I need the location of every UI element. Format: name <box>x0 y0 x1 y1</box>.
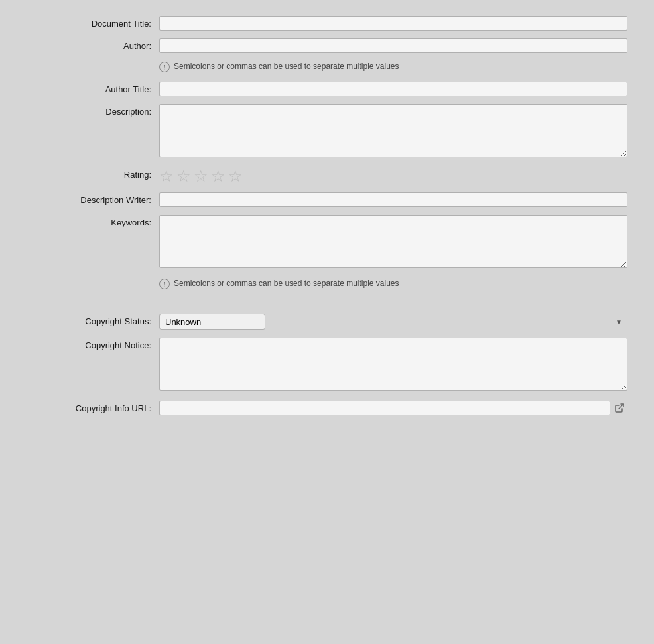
keywords-hint-row: i Semicolons or commas can be used to se… <box>27 278 627 289</box>
description-textarea[interactable] <box>159 104 627 157</box>
keywords-info-icon: i <box>159 279 170 289</box>
star-2[interactable]: ☆ <box>176 168 191 184</box>
keywords-wrap <box>159 215 627 270</box>
document-title-wrap <box>159 16 627 31</box>
description-label: Description: <box>27 104 159 117</box>
document-title-input[interactable] <box>159 16 627 31</box>
copyright-notice-textarea[interactable] <box>159 338 627 391</box>
copyright-url-row: Copyright Info URL: <box>27 401 627 415</box>
author-hint-text: Semicolons or commas can be used to sepa… <box>174 61 399 72</box>
url-go-button[interactable] <box>612 401 627 415</box>
author-row: Author: <box>27 38 627 53</box>
section-divider <box>27 300 627 300</box>
copyright-status-select[interactable]: Unknown Copyrighted Public Domain <box>159 314 265 330</box>
rating-row: Rating: ☆ ☆ ☆ ☆ ☆ <box>27 167 627 184</box>
description-wrap <box>159 104 627 159</box>
document-title-label: Document Title: <box>27 16 159 29</box>
copyright-notice-row: Copyright Notice: <box>27 338 627 393</box>
author-title-input[interactable] <box>159 82 627 96</box>
star-4[interactable]: ☆ <box>211 168 226 184</box>
copyright-notice-label: Copyright Notice: <box>27 338 159 350</box>
author-title-row: Author Title: <box>27 82 627 96</box>
copyright-notice-wrap <box>159 338 627 393</box>
rating-stars: ☆ ☆ ☆ ☆ ☆ <box>159 167 627 184</box>
star-1[interactable]: ☆ <box>159 168 174 184</box>
author-wrap <box>159 38 627 53</box>
star-3[interactable]: ☆ <box>194 168 208 184</box>
document-title-row: Document Title: <box>27 16 627 31</box>
url-input-row <box>159 401 627 415</box>
keywords-row: Keywords: <box>27 215 627 270</box>
description-writer-label: Description Writer: <box>27 192 159 205</box>
author-title-label: Author Title: <box>27 82 159 94</box>
keywords-label: Keywords: <box>27 215 159 227</box>
copyright-url-wrap <box>159 401 627 415</box>
copyright-url-label: Copyright Info URL: <box>27 401 159 413</box>
share-icon <box>615 403 624 413</box>
copyright-status-wrap: Unknown Copyrighted Public Domain ▼ <box>159 314 627 330</box>
copyright-status-dropdown-wrap: Unknown Copyrighted Public Domain ▼ <box>159 314 627 330</box>
copyright-url-input[interactable] <box>159 401 610 415</box>
author-input[interactable] <box>159 38 627 53</box>
author-info-icon: i <box>159 62 170 72</box>
star-5[interactable]: ☆ <box>228 168 243 184</box>
description-writer-row: Description Writer: <box>27 192 627 207</box>
dropdown-arrow-icon: ▼ <box>616 318 622 326</box>
form-container: Document Title: Author: i Semicolons or … <box>0 0 654 439</box>
description-writer-input[interactable] <box>159 192 627 207</box>
keywords-hint-text: Semicolons or commas can be used to sepa… <box>174 278 399 289</box>
author-title-wrap <box>159 82 627 96</box>
rating-wrap: ☆ ☆ ☆ ☆ ☆ <box>159 167 627 184</box>
copyright-status-label: Copyright Status: <box>27 314 159 326</box>
description-row: Description: <box>27 104 627 159</box>
description-writer-wrap <box>159 192 627 207</box>
keywords-textarea[interactable] <box>159 215 627 268</box>
copyright-status-row: Copyright Status: Unknown Copyrighted Pu… <box>27 311 627 330</box>
svg-line-0 <box>619 404 623 409</box>
author-label: Author: <box>27 38 159 51</box>
rating-label: Rating: <box>27 167 159 180</box>
author-hint-row: i Semicolons or commas can be used to se… <box>27 61 627 72</box>
